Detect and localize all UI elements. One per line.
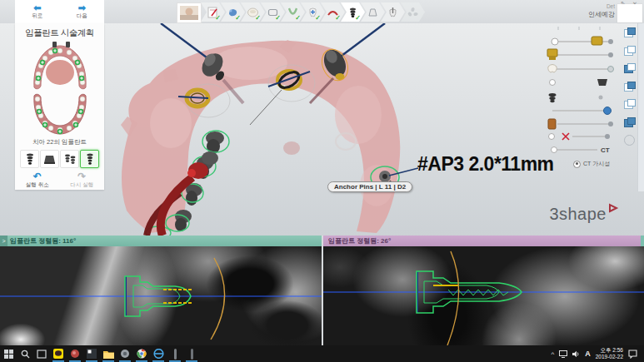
ct-panel-right[interactable]: 임플란트 정렬됨: 26°: [323, 236, 644, 345]
dark-app-icon: [87, 349, 97, 359]
tooth-caption: 치아 22의 임플란트: [15, 138, 104, 146]
taskbar-app-dark[interactable]: [83, 345, 100, 362]
undo-label: 실행 취소: [26, 181, 49, 189]
step-check-icon: ✓: [355, 14, 361, 22]
undo-button[interactable]: ↶ 실행 취소: [26, 172, 49, 189]
search-button[interactable]: [17, 345, 33, 362]
taskbar-app-gray[interactable]: [117, 345, 133, 362]
anchor-pin-icon: [86, 153, 94, 166]
panel-expand-button[interactable]: >: [0, 236, 7, 246]
patient-photo-icon: [180, 6, 198, 20]
ct-slider-label: CT: [601, 146, 610, 154]
ct-panel-left-header: 임플란트 정렬됨: 116°: [0, 236, 322, 246]
ct-panel-left[interactable]: 임플란트 정렬됨: 116° >: [0, 236, 322, 345]
guide-line-right: [338, 23, 385, 58]
layout-button-2[interactable]: [624, 46, 635, 55]
upper-jaw-overview[interactable]: [22, 41, 97, 91]
next-arrow-icon: ➡: [78, 4, 86, 12]
abutment-button[interactable]: [40, 150, 59, 168]
next-label: 다음: [77, 12, 87, 20]
patient-photo-button[interactable]: [177, 2, 202, 23]
slider-tooth[interactable]: [548, 65, 614, 73]
layout-button-6[interactable]: [624, 117, 635, 126]
display-icon[interactable]: [559, 350, 567, 358]
slider-abutment[interactable]: [547, 49, 613, 60]
abutment-icon: [43, 154, 56, 165]
chrome-button[interactable]: [133, 345, 150, 362]
slider-sleeve[interactable]: [552, 37, 613, 45]
taskbar-clock[interactable]: 오후 2:56 2019-02-22: [596, 347, 623, 360]
volume-icon[interactable]: [572, 350, 580, 358]
ct-left-image[interactable]: [0, 246, 322, 345]
abutment-icon: [367, 7, 379, 18]
windows-taskbar: ^ A 오후 2:56 2019-02-22: [0, 345, 644, 362]
titlebar-partial-text: Det: [582, 3, 615, 9]
anchor-pin-button[interactable]: [80, 150, 99, 168]
task-view-icon: [37, 350, 47, 359]
internet-explorer-button[interactable]: [150, 345, 167, 362]
taskbar-app-implant-1[interactable]: [167, 345, 183, 362]
implant-fixture-button[interactable]: [20, 150, 39, 168]
left-sidebar: 임플란트 시술계획: [15, 23, 104, 190]
ct-visibility-toggle[interactable]: CT 가시성: [573, 160, 610, 168]
redo-button[interactable]: ↷ 다시 실행: [70, 172, 93, 189]
implant-app-icon: [189, 349, 195, 360]
taskbar-app-red[interactable]: [67, 345, 83, 362]
action-center-icon[interactable]: [628, 350, 637, 359]
step-order-form[interactable]: ✓: [201, 2, 225, 22]
back-button[interactable]: ⬅ 뒤로: [15, 0, 60, 23]
right-edge-strip: [637, 23, 644, 191]
step-check-icon: ✓: [215, 14, 221, 22]
layout-button-7[interactable]: [624, 135, 635, 146]
back-label: 뒤로: [32, 12, 42, 20]
multi-implant-icon: [64, 153, 76, 166]
multi-implant-button[interactable]: [60, 150, 79, 168]
slider-implant[interactable]: [549, 93, 603, 102]
slider-ct[interactable]: CT: [552, 146, 610, 154]
taskbar-app-kakaotalk[interactable]: [50, 345, 67, 362]
next-button[interactable]: ➡ 다음: [60, 0, 105, 23]
clock-time: 오후 2:56: [596, 347, 623, 354]
back-arrow-icon: ⬅: [33, 4, 41, 12]
undo-icon: ↶: [33, 172, 42, 181]
file-explorer-button[interactable]: [100, 345, 117, 362]
lower-jaw-overview[interactable]: [22, 92, 97, 137]
ct-right-image[interactable]: [323, 246, 644, 345]
nav-buttons: ⬅ 뒤로 ➡ 다음: [15, 0, 104, 23]
view-layout-buttons: [621, 27, 637, 146]
step-check-icon: ✓: [255, 14, 261, 22]
anchor-pin-tooltip: Anchor Pins | L 11 | D2: [327, 181, 412, 192]
search-icon: [21, 350, 30, 359]
sidebar-title: 임플란트 시술계획: [15, 23, 104, 39]
red-app-icon: [70, 349, 80, 359]
workflow-steps: ✓ ✓ ✓ ✓ ✓: [205, 2, 425, 22]
implant-annotation: #AP3 2.0*11mm: [417, 153, 554, 176]
application-window: ⬅ 뒤로 ➡ 다음 ✓ ✓: [0, 0, 644, 362]
redo-label: 다시 실행: [70, 181, 93, 189]
taskbar-app-implant-2[interactable]: [183, 345, 200, 362]
layout-button-5[interactable]: [624, 99, 635, 108]
slider-crown[interactable]: [550, 79, 608, 86]
brand-logo: 3shape: [549, 205, 619, 224]
milling-icon: [407, 7, 419, 18]
tray-expand-icon[interactable]: ^: [551, 350, 554, 358]
patient-name-label: 인세예강: [570, 10, 615, 19]
ie-icon: [153, 349, 164, 359]
task-view-button[interactable]: [33, 345, 50, 362]
implant-type-buttons: [15, 146, 104, 168]
layout-button-1[interactable]: [624, 27, 635, 37]
slider-sleeve-copper[interactable]: [548, 119, 613, 129]
visibility-sliders[interactable]: CT: [546, 25, 619, 158]
slider-scan[interactable]: [552, 107, 612, 115]
start-button[interactable]: [0, 345, 17, 362]
ime-indicator[interactable]: A: [585, 350, 591, 358]
step-check-icon: ✓: [335, 14, 341, 22]
system-tray: ^ A 오후 2:56 2019-02-22: [551, 345, 644, 362]
ct-left-header-text: 임플란트 정렬됨: 116°: [10, 236, 76, 245]
kakaotalk-icon: [53, 349, 63, 359]
slider-cut[interactable]: [549, 133, 611, 140]
guide-line-left: [161, 23, 210, 60]
ct-visibility-radio[interactable]: [573, 161, 581, 168]
layout-button-3[interactable]: [624, 63, 635, 72]
layout-button-4[interactable]: [624, 82, 635, 91]
